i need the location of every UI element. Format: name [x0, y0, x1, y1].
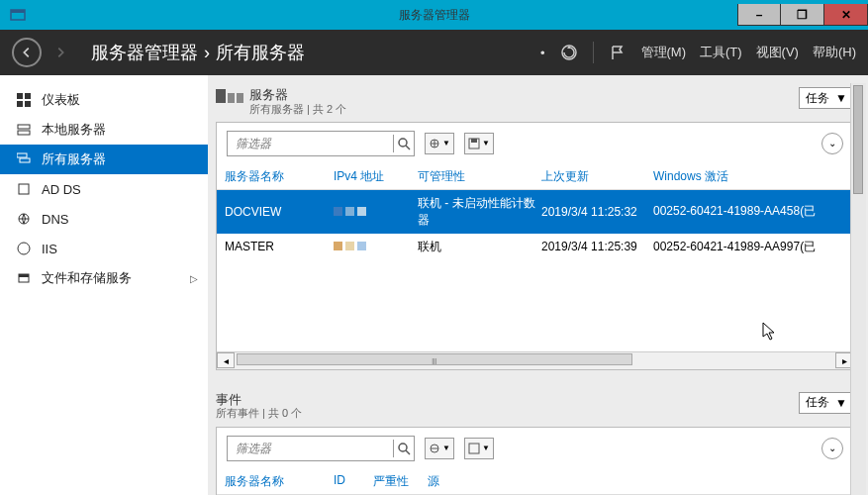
svg-line-27: [406, 450, 410, 454]
svg-rect-18: [237, 93, 243, 103]
dns-icon: [16, 211, 32, 227]
iis-icon: [16, 241, 32, 256]
col-header-severity[interactable]: 严重性: [373, 473, 428, 490]
svg-rect-10: [20, 158, 30, 162]
servers-panel: 服务器 所有服务器 | 共 2 个 任务 ▼: [216, 83, 854, 370]
svg-rect-3: [17, 93, 23, 99]
svg-point-19: [399, 139, 407, 147]
svg-rect-1: [11, 10, 25, 13]
svg-rect-25: [471, 139, 477, 143]
flag-icon[interactable]: [608, 43, 627, 62]
breadcrumb-separator: ›: [204, 43, 210, 63]
sidebar-item-dns[interactable]: DNS: [0, 204, 208, 234]
search-icon[interactable]: [394, 137, 414, 150]
mouse-cursor-icon: [762, 322, 778, 346]
horizontal-scrollbar[interactable]: ◂ Ⅲ ▸: [217, 351, 853, 369]
svg-rect-9: [17, 153, 27, 157]
filter-box[interactable]: [227, 436, 415, 461]
breadcrumb-dropdown-icon[interactable]: •: [540, 46, 545, 60]
breadcrumb: 服务器管理器 › 所有服务器: [91, 41, 305, 64]
cell-activation: 00252-60421-41989-AA997(已: [653, 239, 845, 255]
svg-rect-16: [216, 89, 226, 103]
col-header-ip[interactable]: IPv4 地址: [334, 168, 418, 185]
close-button[interactable]: ✕: [824, 4, 868, 26]
col-header-name[interactable]: 服务器名称: [225, 473, 334, 490]
sidebar-item-dashboard[interactable]: 仪表板: [0, 85, 208, 115]
refresh-icon[interactable]: [559, 43, 579, 62]
cell-manage: 联机: [418, 239, 541, 255]
svg-line-20: [406, 146, 410, 149]
window-title: 服务器管理器: [399, 7, 470, 24]
menu-help[interactable]: 帮助(H): [813, 44, 856, 61]
filter-input[interactable]: [228, 137, 393, 150]
chevron-down-icon: ▼: [835, 91, 847, 105]
svg-point-26: [399, 444, 407, 451]
tasks-dropdown[interactable]: 任务 ▼: [799, 392, 854, 414]
tasks-dropdown[interactable]: 任务 ▼: [799, 87, 854, 109]
svg-rect-7: [18, 125, 30, 129]
svg-rect-5: [17, 101, 23, 107]
chevron-right-icon: ▷: [190, 273, 198, 284]
filter-menu-button[interactable]: ▼: [425, 438, 454, 459]
expand-button[interactable]: ⌄: [821, 438, 843, 459]
app-icon: [6, 3, 30, 27]
servers-panel-icon: [216, 87, 243, 109]
svg-rect-8: [18, 131, 30, 135]
scroll-left-button[interactable]: ◂: [217, 352, 235, 368]
chevron-down-icon: ▼: [835, 396, 847, 410]
panel-subtitle: 所有服务器 | 共 2 个: [249, 103, 346, 116]
scroll-thumb[interactable]: Ⅲ: [237, 353, 632, 365]
servers-icon: [16, 151, 32, 167]
sidebar-item-label: IIS: [42, 242, 57, 256]
cell-updated: 2019/3/4 11:25:39: [541, 240, 653, 253]
cell-name: MASTER: [225, 240, 334, 253]
col-header-name[interactable]: 服务器名称: [225, 168, 334, 185]
cell-updated: 2019/3/4 11:25:32: [541, 205, 653, 219]
cell-ip: [334, 240, 418, 253]
save-query-button[interactable]: ▼: [464, 438, 494, 459]
expand-button[interactable]: ⌄: [821, 133, 843, 154]
cell-ip: [334, 205, 418, 219]
breadcrumb-root[interactable]: 服务器管理器: [91, 41, 198, 64]
filter-input[interactable]: [228, 442, 393, 455]
vertical-scrollbar[interactable]: [850, 83, 866, 495]
chevron-down-icon: ⌄: [828, 443, 836, 453]
panel-subtitle: 所有事件 | 共 0 个: [216, 407, 302, 420]
menu-manage[interactable]: 管理(M): [641, 44, 687, 61]
table-row[interactable]: MASTER 联机 2019/3/4 11:25:39 00252-60421-…: [217, 234, 853, 260]
main-content: 服务器 所有服务器 | 共 2 个 任务 ▼: [208, 75, 868, 495]
panel-title: 服务器: [249, 87, 346, 103]
menu-tools[interactable]: 工具(T): [700, 44, 742, 61]
table-row[interactable]: DOCVIEW 联机 - 未启动性能计数器 2019/3/4 11:25:32 …: [217, 190, 853, 234]
col-header-updated[interactable]: 上次更新: [541, 168, 653, 185]
sidebar-item-local[interactable]: 本地服务器: [0, 115, 208, 145]
breadcrumb-leaf[interactable]: 所有服务器: [216, 41, 305, 64]
sidebar-item-file-storage[interactable]: 文件和存储服务 ▷: [0, 263, 208, 293]
save-query-button[interactable]: ▼: [464, 133, 494, 154]
servers-grid-header: 服务器名称 IPv4 地址 可管理性 上次更新 Windows 激活: [217, 164, 853, 190]
scroll-thumb[interactable]: [853, 85, 863, 194]
col-header-manage[interactable]: 可管理性: [418, 168, 541, 185]
window-titlebar: 服务器管理器 – ❐ ✕: [0, 0, 868, 30]
sidebar-item-all-servers[interactable]: 所有服务器: [0, 145, 208, 174]
sidebar-item-label: 文件和存储服务: [42, 269, 132, 287]
col-header-activation[interactable]: Windows 激活: [653, 168, 845, 185]
events-grid-header: 服务器名称 ID 严重性 源: [217, 469, 853, 495]
sidebar-item-label: 所有服务器: [42, 150, 106, 168]
col-header-id[interactable]: ID: [334, 473, 373, 490]
events-panel: 事件 所有事件 | 共 0 个 任务 ▼ ▼: [216, 388, 854, 495]
filter-menu-button[interactable]: ▼: [425, 133, 454, 154]
sidebar-item-adds[interactable]: AD DS: [0, 174, 208, 204]
minimize-button[interactable]: –: [737, 4, 781, 26]
nav-back-button[interactable]: [12, 38, 42, 67]
search-icon[interactable]: [394, 442, 414, 455]
nav-forward-button[interactable]: [46, 38, 75, 67]
menu-view[interactable]: 视图(V): [756, 44, 799, 61]
maximize-button[interactable]: ❐: [781, 4, 824, 26]
storage-icon: [16, 270, 32, 286]
dashboard-icon: [16, 92, 32, 108]
sidebar-item-iis[interactable]: IIS: [0, 234, 208, 263]
col-header-source[interactable]: 源: [428, 473, 845, 490]
filter-box[interactable]: [227, 131, 415, 156]
panel-title: 事件: [216, 392, 302, 408]
